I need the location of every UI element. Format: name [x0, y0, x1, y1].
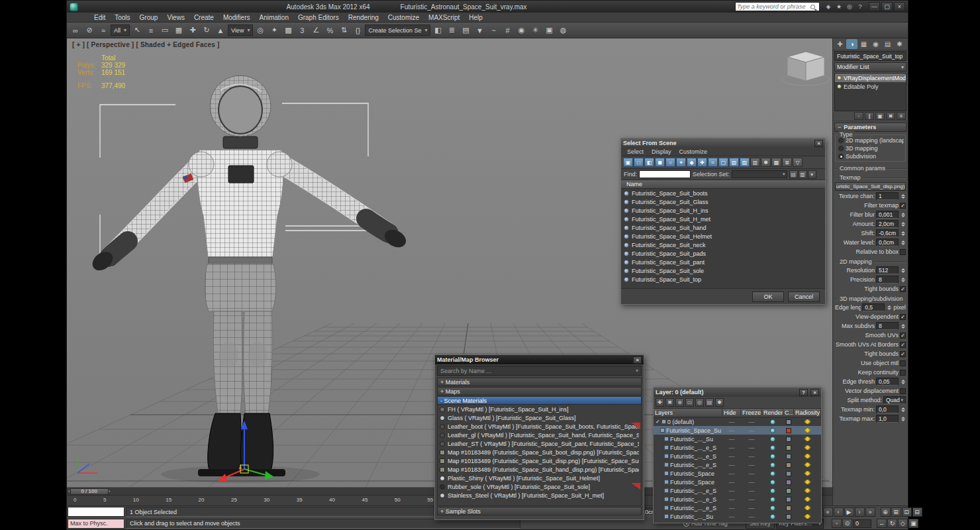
show-geometry-icon[interactable]: ◼	[655, 158, 665, 167]
texmap-min-spinner[interactable]	[900, 405, 906, 413]
scene-object-row[interactable]: Futuristic_Space_Suit_boots	[621, 189, 825, 197]
selection-set-dropdown[interactable]	[732, 170, 787, 178]
help-icon[interactable]: ?	[799, 389, 808, 396]
modifier-stack-item[interactable]: VRayDisplacementMod	[835, 74, 906, 82]
type-3d-option[interactable]: 3D mapping	[837, 144, 904, 152]
amount-spinner[interactable]	[900, 220, 906, 228]
material-row[interactable]: Leather_ST ( VRayMtl ) [Futuristic_Space…	[438, 439, 641, 448]
layer-row[interactable]: ✓Futuristic_..._e_S — —	[654, 495, 821, 504]
titlebar[interactable]: Autodesk 3ds Max 2012 x64 Futuristic_Ast…	[67, 1, 908, 13]
options-arrow-icon[interactable]: ▾	[808, 170, 816, 179]
highlight-layer-icon[interactable]: ◎	[695, 398, 704, 407]
edge-thresh-field[interactable]: 0,05	[876, 378, 899, 386]
layer-row[interactable]: ✓Futuristic_..._Su — —	[654, 435, 821, 443]
radio-2d-mapping[interactable]	[838, 138, 844, 143]
use-pivot-point-icon[interactable]: ◎	[254, 24, 267, 37]
show-none-icon[interactable]: □	[634, 158, 644, 167]
pin-stack-icon[interactable]: ◦	[854, 112, 863, 120]
view-cube[interactable]	[782, 52, 830, 85]
material-row[interactable]: Map #10183489 (Futuristic_Space_Suit_boo…	[438, 448, 641, 456]
freeze-all-icon[interactable]: ✱	[715, 398, 724, 407]
resolution-spinner[interactable]	[900, 266, 906, 274]
vector-displacement-checkbox[interactable]	[900, 388, 906, 394]
add-to-layer-icon[interactable]: ⊕	[675, 398, 684, 407]
favorites-icon[interactable]: ★	[834, 2, 844, 11]
show-bones-icon[interactable]: ▨	[740, 158, 750, 167]
edit-selection-set-icon[interactable]: ▤	[789, 170, 798, 179]
hide-all-icon[interactable]: ▤	[705, 398, 714, 407]
remove-modifier-icon[interactable]: ✖	[886, 112, 895, 120]
texmap-button[interactable]: uristic_Space_Suit_disp.png)	[835, 182, 906, 191]
search-input[interactable]	[737, 3, 808, 10]
select-from-scene-titlebar[interactable]: Select From Scene ×	[621, 138, 825, 148]
material-editor-icon[interactable]: ◉	[514, 24, 528, 37]
layer-row[interactable]: ✓Futuristic_..._e_S — —	[654, 452, 821, 460]
zoom-extents-icon[interactable]: ⊡	[902, 507, 912, 517]
zoom-region-icon[interactable]: ⊟	[912, 507, 922, 517]
zoom-all-icon[interactable]: ⊞	[891, 507, 901, 517]
graphite-ribbon-icon[interactable]: ▼	[473, 24, 486, 37]
unlink-selection-icon[interactable]: ⊘	[83, 24, 96, 37]
menu-item[interactable]: Customize	[383, 13, 424, 22]
display-children-icon[interactable]: ≣	[782, 158, 792, 167]
tab-display[interactable]: ▤	[882, 39, 893, 49]
use-object-mtl-checkbox[interactable]	[900, 360, 906, 366]
edge-thresh-spinner[interactable]	[900, 378, 906, 386]
smooth-uvs-borders-checkbox[interactable]	[900, 342, 906, 348]
view-dependent-checkbox[interactable]	[900, 314, 906, 320]
texmap-max-field[interactable]: 1,0	[876, 415, 899, 423]
minimize-button[interactable]: —	[869, 2, 880, 11]
spinner-snap-icon[interactable]: ⇅	[337, 24, 350, 37]
menu-item[interactable]: Animation	[254, 13, 293, 22]
window-crossing-toggle-icon[interactable]: ▦	[172, 24, 185, 37]
layer-row[interactable]: ✓Futuristic_..._e_S — —	[654, 504, 821, 512]
object-name-field[interactable]: Futuristic_Space_Suit_top	[834, 51, 906, 61]
edge-length-field[interactable]: 0,5	[862, 303, 885, 311]
show-lights-icon[interactable]: ✦	[676, 158, 686, 167]
tab-create[interactable]: ✚	[834, 39, 846, 49]
create-selection-set-dropdown[interactable]: Create Selection Se	[365, 25, 430, 36]
rendered-frame-icon[interactable]: ▣	[542, 24, 556, 37]
tight-bounds-3d-checkbox[interactable]	[900, 351, 906, 357]
show-containers-icon[interactable]: ▥	[750, 158, 760, 167]
material-row[interactable]: Rubber_sole ( VRayMtl ) [Futuristic_Spac…	[438, 482, 641, 491]
delete-layer-icon[interactable]: ✖	[665, 398, 674, 407]
amount-field[interactable]: 2,0cm	[876, 220, 899, 228]
radio-3d-mapping[interactable]	[838, 146, 844, 151]
select-and-link-icon[interactable]: ∞	[69, 24, 82, 37]
menu-item[interactable]: Tools	[110, 13, 134, 22]
maps-group-bar[interactable]: + Maps	[437, 387, 642, 396]
make-unique-icon[interactable]: ▣	[875, 112, 885, 120]
texture-channel-spinner[interactable]	[900, 192, 906, 200]
menu-item[interactable]: Help	[464, 13, 487, 22]
show-helpers-icon[interactable]: ✚	[697, 158, 707, 167]
rectangular-selection-region-icon[interactable]: ▭	[158, 24, 172, 37]
macro-recorder-field[interactable]	[68, 507, 124, 517]
parameters-rollout-header[interactable]: Parameters	[834, 123, 906, 132]
texmap-max-spinner[interactable]	[900, 415, 906, 423]
show-end-result-icon[interactable]: ∥	[865, 112, 874, 120]
menu-item[interactable]: Views	[162, 13, 189, 22]
scene-object-row[interactable]: Futuristic_Space_Suit_hand	[621, 223, 825, 232]
orbit-icon[interactable]: ↻	[887, 519, 897, 528]
filter-blur-spinner[interactable]	[900, 211, 906, 219]
communication-center-icon[interactable]: ◈	[824, 2, 833, 11]
percent-snap-icon[interactable]: %	[323, 24, 336, 37]
layer-column-headers[interactable]: Layers Hide Freeze Render C... Radiosity	[654, 409, 821, 417]
layer-manager-icon[interactable]: ▤	[459, 24, 472, 37]
show-xrefs-icon[interactable]: ▧	[729, 158, 739, 167]
dialog-menu-item[interactable]: Customize	[676, 148, 711, 155]
name-column-header[interactable]: Name	[621, 180, 825, 189]
max-subdivs-field[interactable]: 8	[876, 322, 899, 330]
layer-row[interactable]: ✓Futuristic_Space_Su — —	[654, 426, 821, 435]
sample-slots-group-bar[interactable]: + Sample Slots	[437, 507, 642, 515]
layer-row[interactable]: ✓Futuristic_Space — —	[654, 469, 821, 478]
edit-named-selection-sets-icon[interactable]: {}	[351, 24, 364, 37]
go-to-start-icon[interactable]: «	[823, 507, 833, 517]
layer-row[interactable]: ✓Futuristic_..._e_S — —	[654, 443, 821, 452]
tab-modify[interactable]: ◑	[846, 39, 858, 49]
water-level-spinner[interactable]	[900, 238, 906, 246]
close-button[interactable]: ×	[894, 2, 905, 11]
material-row[interactable]: Plastic_Shiny ( VRayMtl ) [Futuristic_Sp…	[438, 474, 641, 482]
go-to-end-icon[interactable]: »	[865, 507, 875, 517]
